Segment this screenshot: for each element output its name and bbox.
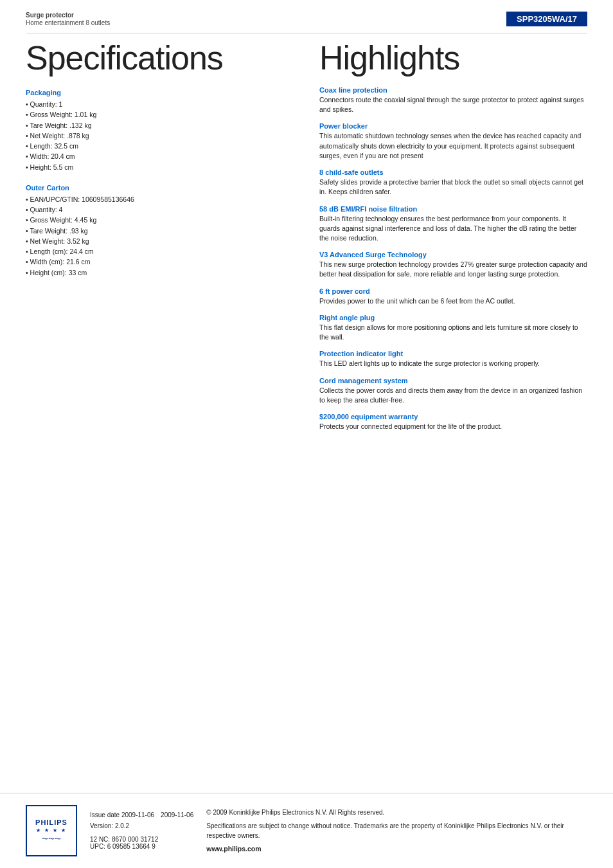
outer-carton-section: Outer Carton EAN/UPC/GTIN: 1060958513664… [26,184,287,278]
issue-date-label: Issue date 2009-11-06 [90,811,154,818]
highlight-item-title: Power blocker [319,122,587,130]
list-item: Quantity: 1 [26,99,287,109]
list-item: EAN/UPC/GTIN: 10609585136646 [26,194,287,204]
highlight-item-title: Coax line protection [319,86,587,94]
nc-upc: 12 NC: 8670 000 31712 UPC: 6 09585 13664… [90,836,193,850]
highlight-item-desc: Collects the power cords and directs the… [319,386,587,405]
list-item: Length: 32.5 cm [26,141,287,151]
highlight-item: $200,000 equipment warrantyProtects your… [319,413,587,431]
highlight-item: 6 ft power cordProvides power to the uni… [319,287,587,306]
highlights-list: Coax line protectionConnectors route the… [319,86,587,431]
copyright-text: © 2009 Koninklijke Philips Electronics N… [206,808,587,817]
list-item: Width: 20.4 cm [26,151,287,161]
highlight-item: Protection indicator lightThis LED alert… [319,350,587,368]
highlight-item: 8 child-safe outletsSafety slides provid… [319,168,587,197]
footer-meta: Issue date 2009-11-06 2009-11-06 Version… [90,811,193,850]
highlight-item-title: 58 dB EMI/RFI noise filtration [319,205,587,213]
website-url: www.philips.com [206,844,587,854]
highlight-item-title: V3 Advanced Surge Technology [319,251,587,258]
issue-date-value: 2009-11-06 [161,811,193,818]
outer-carton-title: Outer Carton [26,184,287,192]
list-item: Gross Weight: 4.45 kg [26,215,287,225]
outer-carton-list: EAN/UPC/GTIN: 10609585136646Quantity: 4G… [26,194,287,278]
highlight-item-desc: This LED alert lights up to indicate the… [319,359,587,368]
header: Surge protector Home entertainment 8 out… [0,0,613,28]
highlight-item-title: 8 child-safe outlets [319,168,587,176]
highlight-item: 58 dB EMI/RFI noise filtrationBuilt-in f… [319,205,587,244]
highlight-item-title: $200,000 equipment warranty [319,413,587,420]
list-item: Tare Weight: .132 kg [26,120,287,131]
highlight-item-desc: Provides power to the unit which can be … [319,296,587,306]
footer: PHILIPS ★ ★ ★ ★ 〜〜〜 Issue date 2009-11-0… [0,793,613,868]
packaging-section: Packaging Quantity: 1Gross Weight: 1.01 … [26,89,287,172]
list-item: Width (cm): 21.6 cm [26,257,287,267]
list-item: Net Weight: 3.52 kg [26,236,287,246]
highlight-item-title: Right angle plug [319,314,587,321]
nc-line: 12 NC: 8670 000 31712 [90,836,193,843]
highlight-item-desc: Connectors route the coaxial signal thro… [319,95,587,114]
issue-date-row: Issue date 2009-11-06 2009-11-06 [90,811,193,818]
logo-stars: ★ ★ ★ ★ [36,827,67,833]
list-item: Length (cm): 24.4 cm [26,246,287,257]
packaging-list: Quantity: 1Gross Weight: 1.01 kgTare Wei… [26,99,287,172]
logo-waves: 〜〜〜 [42,835,61,844]
list-item: Gross Weight: 1.01 kg [26,109,287,120]
highlight-item-title: Protection indicator light [319,350,587,357]
list-item: Height: 5.5 cm [26,162,287,172]
list-item: Tare Weight: .93 kg [26,226,287,236]
page: Surge protector Home entertainment 8 out… [0,0,613,868]
specifications-title: Specifications [26,39,287,77]
highlight-item-desc: Built-in filtering technology ensures th… [319,214,587,244]
footer-legal: © 2009 Koninklijke Philips Electronics N… [206,808,587,854]
legal-text: Specifications are subject to change wit… [206,821,587,840]
product-category: Surge protector [26,12,110,19]
list-item: Height (cm): 33 cm [26,267,287,278]
list-item: Quantity: 4 [26,204,287,215]
specifications-column: Specifications Packaging Quantity: 1Gros… [26,33,306,439]
model-badge: SPP3205WA/17 [506,12,587,26]
main-content: Specifications Packaging Quantity: 1Gros… [0,33,613,439]
highlight-item-title: Cord management system [319,377,587,384]
highlight-item-desc: This new surge protection technology pro… [319,260,587,279]
list-item: Net Weight: .878 kg [26,131,287,141]
highlight-item: V3 Advanced Surge TechnologyThis new sur… [319,251,587,279]
highlight-item-desc: This flat design allows for more positio… [319,323,587,342]
highlight-item-desc: Protects your connected equipment for th… [319,422,587,431]
highlight-item: Power blockerThis automatic shutdown tec… [319,122,587,161]
highlights-title: Highlights [319,39,587,77]
product-subtitle: Home entertainment 8 outlets [26,19,110,28]
version-row: Version: 2.0.2 [90,822,193,829]
upc-line: UPC: 6 09585 13664 9 [90,843,193,850]
highlight-item: Coax line protectionConnectors route the… [319,86,587,114]
packaging-title: Packaging [26,89,287,96]
highlight-item: Right angle plugThis flat design allows … [319,314,587,342]
product-info: Surge protector Home entertainment 8 out… [26,12,110,28]
philips-logo: PHILIPS ★ ★ ★ ★ 〜〜〜 [26,805,77,856]
highlight-item-title: 6 ft power cord [319,287,587,295]
highlight-item-desc: Safety slides provide a protective barri… [319,177,587,197]
highlight-item-desc: This automatic shutdown technology sense… [319,131,587,161]
highlight-item: Cord management systemCollects the power… [319,377,587,405]
highlights-column: Highlights Coax line protectionConnector… [306,33,587,439]
logo-text: PHILIPS [35,818,67,826]
